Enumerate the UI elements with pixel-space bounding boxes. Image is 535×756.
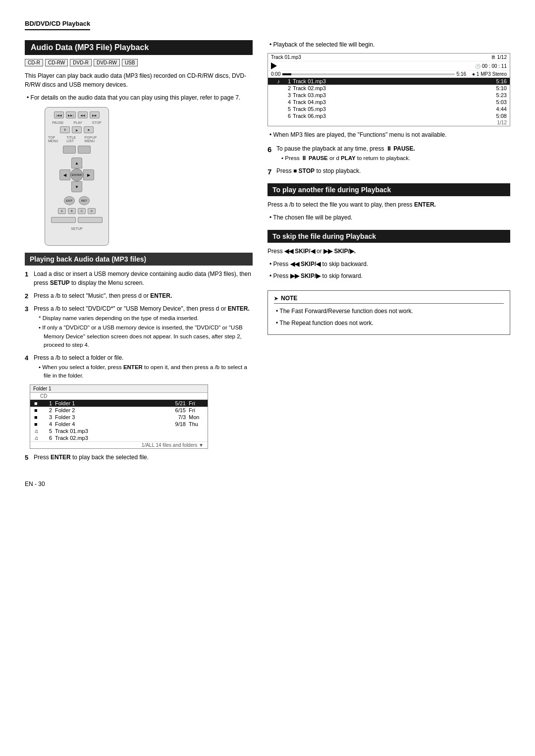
ps-arrow-1: ♪ [271,78,280,84]
btn-c: C [78,208,86,214]
track-icon-1: ♫ [34,428,41,434]
ps-arrow-3 [271,92,280,98]
step-5: 5 Press ENTER to play back the selected … [25,453,253,462]
ps-counter: 🖹 1/12 [491,54,507,60]
ps-ttime-4: 5:03 [489,99,507,105]
ps-track-row-6: 6 Track 06.mp3 5:08 [268,112,510,119]
ps-arrow-5 [271,106,280,112]
step-2-text: Press a /b to select "Music", then press… [34,292,172,299]
track-icon-2: ♫ [34,435,41,441]
skip-back-btn: |◀◀ [54,111,64,118]
ps-tnum-6: 6 [282,113,291,119]
right-bullet-top: Playback of the selected file will begin… [268,40,510,49]
rev-btn: ◀◀ [78,111,88,118]
ps-time-bar: 0:00 5:16 ● 1 MP3 Stereo [268,71,510,78]
ps-tname-6: Track 06.mp3 [293,113,487,119]
ps-track-row-4: 4 Track 04.mp3 5:03 [268,99,510,106]
ps-time-end: 5:16 [457,71,466,77]
dpad-up: ▲ [71,158,82,168]
step-3-num: 3 [25,304,28,314]
sub-section-title: Playing back Audio data (MP3 files) [25,253,253,266]
folder-name-1: Folder 1 [55,400,165,406]
note-box: NOTE The Fast Forward/Reverse function d… [268,290,510,335]
ps-tname-1: Track 01.mp3 [293,78,487,84]
section-2-bullet: The chosen file will be played. [268,213,510,222]
btn-b: B [68,208,76,214]
folder-day-1: Fri [189,400,204,406]
fwd-btn: ▶▶ [90,111,100,118]
folder-num-1: 1 [44,400,52,406]
badge-dvdr: DVD-R [70,59,92,66]
track-day-2 [189,435,204,441]
folder-row-1: ■ 1 Folder 1 5/21 Fri [30,400,208,407]
enter-btn: ENTER [70,168,83,181]
ps-tname-2: Track 02.mp3 [293,85,487,91]
step-7-text: Press ■ STOP to stop playback. [276,167,361,174]
ps-tname-4: Track 04.mp3 [293,99,487,105]
track-num-1: 5 [44,428,52,434]
ps-format: ● 1 MP3 Stereo [472,71,507,77]
step-3: 3 Press a /b to select "DVD/CD*" or "USB… [25,304,253,349]
step-7: 7 Press ■ STOP to stop playback. [268,166,510,175]
track-row-2: ♫ 6 Track 02.mp3 [30,434,208,441]
ps-ttime-1: 5:16 [489,78,507,84]
intro-bullet: For details on the audio data that you c… [25,93,253,102]
right-column: Playback of the selected file will begin… [268,40,510,466]
ps-footer: 1/12 [268,119,510,126]
ps-track-row-2: 2 Track 02.mp3 5:10 [268,85,510,92]
track-size-2 [168,435,186,441]
folder-day-4: Thu [189,421,204,427]
bullet-mp3: When MP3 files are played, the "Function… [268,130,510,139]
track-num-2: 6 [44,435,52,441]
return-btn: RET [79,196,90,205]
ps-tnum-4: 4 [282,99,291,105]
ps-tname-5: Track 05.mp3 [293,106,487,112]
folder-screen-footer: 1/ALL 14 files and folders ▼ [30,441,208,448]
stop-btn: ■ [84,126,94,133]
step-4-num: 4 [25,353,28,363]
folder-size-2: 6/15 [168,407,186,413]
page-footer: EN - 30 [25,481,510,487]
left-column: Audio Data (MP3 File) Playback CD-R CD-R… [25,40,253,466]
intro-text: This Player can play back audio data (MP… [25,71,253,89]
section-2-title: To play another file during Playback [268,183,510,196]
track-name-2: Track 02.mp3 [55,435,165,441]
ps-ttime-3: 5:23 [489,92,507,98]
step-3-sub2: If only a "DVD/CD" or a USB memory devic… [34,324,253,349]
folder-num-3: 3 [44,414,52,420]
folder-screen: Folder 1 CD ■ 1 Folder 1 5/21 Fri ■ 2 Fo… [30,384,208,449]
folder-name-2: Folder 2 [55,407,165,413]
dpad: ▲ ▼ ◀ ▶ ENTER [59,158,94,192]
ps-arrow-4 [271,99,280,105]
folder-size-4: 9/18 [168,421,186,427]
note-title: NOTE [274,295,504,304]
ps-arrow-2 [271,85,280,91]
ps-ttime-5: 4:44 [489,106,507,112]
dpad-down: ▼ [71,181,82,192]
folder-screen-header: Folder 1 [30,385,208,393]
step-5-text: Press ENTER to play back the selected fi… [34,454,149,461]
badge-cdrw: CD-RW [45,59,68,66]
ps-track-row-1: ♪ 1 Track 01.mp3 5:16 [268,78,510,85]
ps-track-name: Track 01.mp3 [271,54,301,60]
step-4: 4 Press a /b to select a folder or file.… [25,353,253,380]
section-2-body: Press a /b to select the file you want t… [268,200,510,209]
section-3-body: Press ◀◀ SKIP/◀ or ▶▶ SKIP/▶. [268,247,510,256]
step-6-num: 6 [268,144,271,156]
main-title: Audio Data (MP3 File) Playback [25,40,253,55]
btn-a: A [58,208,66,214]
ps-time-hms: 🕐 00 : 00 : 11 [475,63,507,69]
track-name-1: Track 01.mp3 [55,428,165,434]
step-7-num: 7 [268,166,271,178]
step-6-sub: Press ⏸ PAUSE or d PLAY to return to pla… [276,154,510,162]
ps-header: Track 01.mp3 🖹 1/12 [268,54,510,61]
note-bullet-2: The Repeat function does not work. [274,319,504,327]
page-number: EN - 30 [25,481,45,487]
remote-image: |◀◀ ▶▶| ◀◀ ▶▶ PAUSEPLAYSTOP ⏸ ▶ ■ TOP ME… [45,107,109,246]
ps-tname-3: Track 03.mp3 [293,92,487,98]
play-icon [271,62,277,69]
step-6-text: To pause the playback at any time, press… [276,145,415,152]
track-size-1 [168,428,186,434]
skip-fwd-btn: ▶▶| [66,111,76,118]
exit-btn: EXIT [64,196,75,205]
